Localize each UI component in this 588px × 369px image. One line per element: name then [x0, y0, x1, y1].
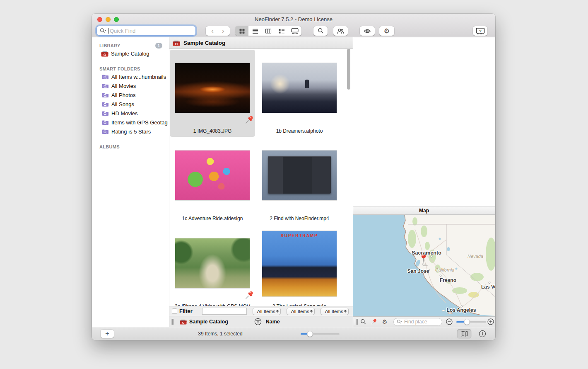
find-place-field[interactable]	[404, 319, 437, 325]
grid-item-iphone-video[interactable]: 3a iPhone 4 Video with GPS.MOV	[170, 225, 255, 306]
item-grid[interactable]: 1 IMG_4083.JPG 1b Dreamers.afphoto 1c Ad…	[169, 49, 353, 306]
catalog-icon	[101, 51, 108, 57]
map-search-button[interactable]	[358, 319, 369, 325]
thumbnail-adventure-ride[interactable]	[175, 151, 250, 200]
pin-icon	[371, 318, 377, 325]
toolbar: ‹ ›	[92, 25, 495, 37]
browser-title: Sample Catalog	[183, 40, 225, 46]
smart-folder-label: All Items w...humbnails	[111, 74, 166, 80]
map-canvas[interactable]: Sacramento San Jose California Fresno Ne…	[353, 215, 495, 316]
minus-circle-icon	[446, 318, 453, 325]
view-list-detail-button[interactable]	[275, 26, 288, 36]
smart-folder-label: All Movies	[111, 83, 136, 89]
question-glyph: ?	[479, 29, 482, 33]
gear-icon: ⚙	[382, 319, 388, 325]
search-icon	[360, 319, 366, 325]
map-settings-button[interactable]: ⚙	[379, 319, 390, 325]
pin-icon	[244, 115, 254, 125]
popup-value: All Items	[324, 309, 344, 314]
sidebar-item-all-songs[interactable]: All Songs	[92, 100, 169, 109]
sort-field-label[interactable]: Name	[266, 319, 280, 325]
forward-button[interactable]: ›	[222, 27, 224, 35]
smart-folder-icon	[102, 129, 109, 134]
drag-handle-icon[interactable]	[355, 319, 358, 325]
browser-header: Sample Catalog	[169, 37, 353, 49]
thumbnail-forest-video[interactable]	[175, 238, 250, 288]
pin-icon	[244, 290, 254, 300]
map-icon	[460, 331, 468, 337]
desktop: NeoFinder 7.5.2 - Demo License ‹ ›	[0, 0, 588, 369]
quick-find-input[interactable]	[96, 26, 196, 36]
sidebar-item-rating-is-5-stars[interactable]: Rating is 5 Stars	[92, 127, 169, 136]
thumbnail-supertramp-album[interactable]: SUPERTRAMP	[262, 231, 337, 296]
sidebar-item-items-with-gps-geotag[interactable]: Items with GPS Geotag	[92, 118, 169, 127]
filter-popup-3[interactable]: All Items	[321, 308, 349, 315]
find-place-input[interactable]	[393, 318, 442, 326]
view-coverflow-button[interactable]	[288, 26, 301, 36]
popup-arrows-icon	[344, 308, 347, 314]
preview-button[interactable]	[360, 26, 375, 36]
popup-arrows-icon	[276, 308, 279, 314]
persons-button[interactable]	[333, 26, 348, 36]
smart-folder-icon	[102, 102, 109, 107]
filter-popup-1[interactable]: All Items	[253, 308, 281, 315]
map-zoom-out-button[interactable]	[445, 318, 454, 325]
thumbnail-neofinder-video[interactable]	[262, 151, 337, 200]
smart-folder-label: Rating is 5 Stars	[111, 129, 151, 135]
sidebar-item-sample-catalog[interactable]: Sample Catalog	[92, 49, 169, 58]
info-button[interactable]	[475, 329, 489, 338]
view-list-button[interactable]	[248, 26, 262, 36]
thumbnail-size-slider[interactable]	[301, 331, 340, 337]
grid-item-img-4083[interactable]: 1 IMG_4083.JPG	[170, 50, 255, 137]
view-columns-button[interactable]	[262, 26, 275, 36]
drag-handle-icon[interactable]	[171, 319, 174, 325]
view-grid-button[interactable]	[235, 26, 248, 36]
library-header-label: LIBRARY	[99, 43, 120, 48]
grid-item-logical-song[interactable]: SUPERTRAMP 3 The Logical Song.m4a	[257, 225, 342, 306]
smart-folder-label: Items with GPS Geotag	[111, 119, 168, 126]
status-bar: + 39 Items, 1 selected	[92, 327, 495, 340]
filter-text-field[interactable]	[202, 308, 247, 315]
map-section-header[interactable]: Map	[353, 206, 495, 215]
sidebar-item-all-items-with-thumbnails[interactable]: All Items w...humbnails	[92, 72, 169, 81]
grid-item-dreamers[interactable]: 1b Dreamers.afphoto	[257, 50, 342, 137]
path-catalog[interactable]: Sample Catalog	[180, 319, 228, 325]
sidebar-item-all-photos[interactable]: All Photos	[92, 90, 169, 100]
grid-scrollbar[interactable]	[347, 49, 350, 90]
list-view-icon	[252, 28, 258, 34]
thumbnail-dreamers[interactable]	[262, 63, 337, 113]
action-button[interactable]: ⚙	[379, 26, 394, 36]
back-button[interactable]: ‹	[211, 27, 214, 35]
filter-popup-2[interactable]: All Items	[287, 308, 315, 315]
popup-arrows-icon	[310, 308, 313, 314]
map-pin-button[interactable]	[369, 318, 379, 325]
add-button[interactable]: +	[101, 330, 114, 338]
grid-item-find-with-neofinder[interactable]: 2 Find with NeoFinder.mp4	[257, 137, 342, 224]
popup-value: All Items	[256, 309, 276, 314]
sort-order-icon[interactable]	[254, 318, 262, 325]
map-label-nevada: Nevada	[468, 254, 483, 259]
map-zoom-in-button[interactable]	[486, 318, 495, 325]
toggle-map-button[interactable]	[457, 329, 471, 338]
grid-view-icon	[239, 28, 245, 34]
map-pin-shadow	[423, 265, 428, 266]
titlebar[interactable]: NeoFinder 7.5.2 - Demo License	[92, 14, 495, 25]
grid-item-adventure-ride[interactable]: 1c Adventure Ride.afdesign	[170, 137, 255, 224]
slider-thumb[interactable]	[307, 331, 313, 337]
find-button[interactable]	[313, 26, 328, 36]
smart-folder-label: All Photos	[111, 92, 136, 98]
slideshow-button[interactable]: ?	[473, 26, 487, 36]
catalog-icon	[180, 319, 187, 325]
status-text: 39 Items, 1 selected	[166, 331, 274, 337]
sidebar-item-hd-movies[interactable]: HD Movies	[92, 109, 169, 118]
search-menu-icon[interactable]	[99, 28, 107, 34]
map-zoom-slider[interactable]	[456, 319, 486, 325]
slider-thumb[interactable]	[464, 319, 470, 325]
sidebar-item-all-movies[interactable]: All Movies	[92, 81, 169, 90]
filmstrip-question-icon: ?	[476, 27, 485, 34]
filter-checkbox[interactable]	[172, 308, 177, 314]
map-label-sacramento: Sacramento	[412, 250, 441, 256]
thumbnail-bridge-photo[interactable]	[175, 63, 250, 113]
quick-find-field[interactable]	[110, 28, 193, 34]
plus-circle-icon	[487, 318, 494, 325]
